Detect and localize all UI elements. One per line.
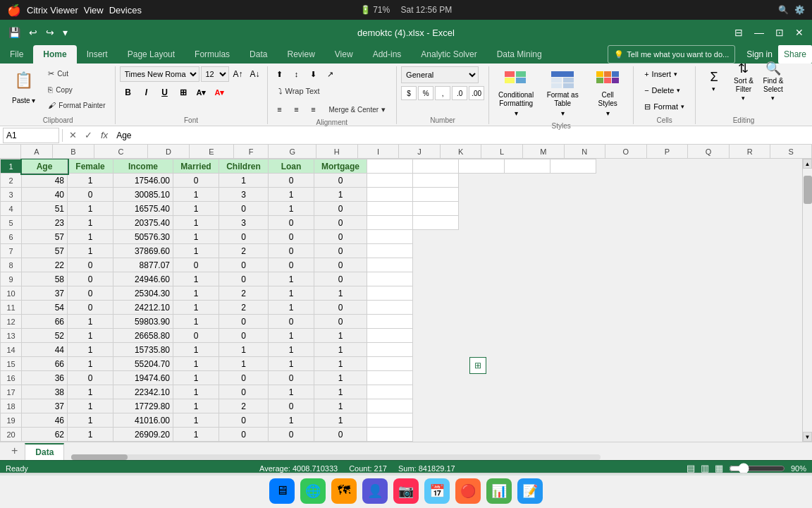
insert-cells-button[interactable]: + Insert ▾ [638,66,691,82]
confirm-formula-button[interactable]: ✓ [81,128,95,143]
cell-d5[interactable]: 1 [173,216,219,230]
cell-c8[interactable]: 8877.07 [113,258,173,272]
cell-h8[interactable] [367,258,413,272]
dock-finder[interactable]: 🖥 [269,478,295,504]
cell-d12[interactable]: 1 [173,315,219,329]
cell-b13[interactable]: 1 [68,329,113,343]
cell-e14[interactable]: 1 [219,343,269,357]
minimize-button[interactable]: — [751,25,767,40]
restore-button[interactable]: ⊡ [773,25,787,40]
format-dropdown[interactable]: ▾ [681,103,684,110]
cell-h10[interactable] [367,286,413,301]
cell-b6[interactable]: 1 [68,230,113,244]
cell-f1[interactable]: Loan [269,159,314,174]
find-select-button[interactable]: 🔍 Find &Select ▾ [759,66,787,96]
row-num-11[interactable]: 11 [1,301,22,315]
align-left-button[interactable]: ≡ [272,102,288,117]
cell-e11[interactable]: 2 [219,301,269,315]
cell-c7[interactable]: 37869.60 [113,244,173,258]
cell-d2[interactable]: 0 [173,174,219,188]
cell-d13[interactable]: 0 [173,329,219,343]
cell-e13[interactable]: 0 [219,329,269,343]
control-center-icon[interactable]: ⚙️ [794,5,805,15]
cell-a1[interactable]: Age [22,159,68,174]
qat-more-button[interactable]: ▾ [60,25,70,40]
cell-e16[interactable]: 0 [219,371,269,385]
row-num-7[interactable]: 7 [1,244,22,258]
cell-d10[interactable]: 1 [173,286,219,301]
cell-f13[interactable]: 1 [269,329,314,343]
cell-h20[interactable] [367,428,413,442]
cell-b10[interactable]: 0 [68,286,113,301]
scroll-thumb[interactable] [804,176,812,204]
cell-f11[interactable]: 1 [269,301,314,315]
cell-e10[interactable]: 2 [219,286,269,301]
share-button[interactable]: Share [778,45,812,64]
cell-k1[interactable] [505,159,550,174]
cell-g18[interactable]: 1 [314,399,367,413]
cell-g9[interactable]: 0 [314,272,367,286]
cell-h6[interactable] [367,230,413,244]
devices-menu[interactable]: Devices [109,5,142,16]
cell-e6[interactable]: 0 [219,230,269,244]
cell-b7[interactable]: 1 [68,244,113,258]
borders-button[interactable]: ⊞ [175,85,192,100]
cell-i2[interactable] [413,174,459,188]
tab-insert[interactable]: Insert [77,45,118,64]
scroll-track[interactable] [803,169,812,432]
cell-c19[interactable]: 41016.00 [113,413,173,428]
cell-c15[interactable]: 55204.70 [113,357,173,371]
cell-a6[interactable]: 57 [22,230,68,244]
cell-d11[interactable]: 1 [173,301,219,315]
align-top-button[interactable]: ⬆ [272,66,288,82]
cell-b11[interactable]: 0 [68,301,113,315]
col-header-a[interactable]: A [21,145,53,158]
fill-color-button[interactable]: A▾ [193,85,210,100]
increase-decimal-button[interactable]: .0 [452,86,467,100]
font-color-button[interactable]: A▾ [211,85,228,100]
formula-input[interactable] [113,128,809,143]
cell-b18[interactable]: 1 [68,399,113,413]
cell-d16[interactable]: 1 [173,371,219,385]
dock-photos[interactable]: 📷 [393,478,419,504]
cell-a16[interactable]: 36 [22,371,68,385]
cell-styles-button[interactable]: CellStyles ▾ [586,66,629,121]
cell-g2[interactable]: 0 [314,174,367,188]
comma-button[interactable]: , [435,86,450,100]
cell-f10[interactable]: 1 [269,286,314,301]
cell-b17[interactable]: 1 [68,385,113,399]
cell-f12[interactable]: 0 [269,315,314,329]
cell-f8[interactable]: 0 [269,258,314,272]
cell-h13[interactable] [367,329,413,343]
cell-a12[interactable]: 66 [22,315,68,329]
cell-d9[interactable]: 1 [173,272,219,286]
cell-g1[interactable]: Mortgage [314,159,367,174]
cell-c2[interactable]: 17546.00 [113,174,173,188]
decrease-decimal-button[interactable]: .00 [469,86,484,100]
cell-i5[interactable] [413,216,459,230]
cell-e15[interactable]: 1 [219,357,269,371]
cell-f17[interactable]: 1 [269,385,314,399]
cell-g19[interactable]: 1 [314,413,367,428]
row-num-19[interactable]: 19 [1,413,22,428]
percent-button[interactable]: % [418,86,433,100]
col-header-i[interactable]: I [358,145,400,158]
underline-button[interactable]: U [156,85,173,100]
horizontal-scrollbar[interactable] [71,454,601,460]
cell-h17[interactable] [367,385,413,399]
col-header-g[interactable]: G [269,145,316,158]
cell-a7[interactable]: 57 [22,244,68,258]
cell-h5[interactable] [367,216,413,230]
cell-f16[interactable]: 0 [269,371,314,385]
cell-f4[interactable]: 1 [269,202,314,216]
cell-g12[interactable]: 0 [314,315,367,329]
merge-center-button[interactable]: Merge & Center ▾ [323,102,393,117]
grid-scroll[interactable]: 1 Age Female Income Married Children Loa… [0,159,802,442]
cell-a11[interactable]: 54 [22,301,68,315]
row-num-3[interactable]: 3 [1,188,22,202]
save-button[interactable]: 💾 [6,25,23,40]
cell-h4[interactable] [367,202,413,216]
row-num-10[interactable]: 10 [1,286,22,301]
add-sheet-button[interactable]: + [6,442,23,460]
col-header-n[interactable]: N [565,145,606,158]
